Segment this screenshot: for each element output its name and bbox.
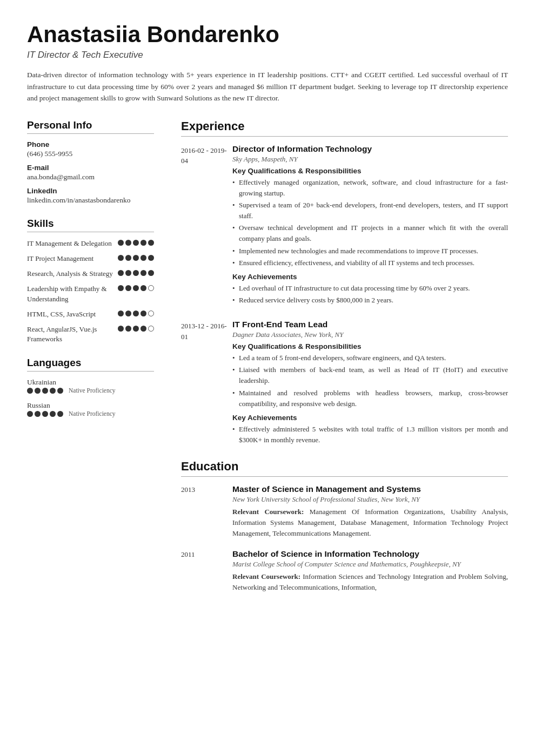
language-entry: RussianNative Proficiency xyxy=(27,401,154,417)
exp-bullet: Led a team of 5 front-end developers, so… xyxy=(232,353,508,363)
resume-header: Anastasiia Bondarenko IT Director & Tech… xyxy=(27,22,508,104)
dot-filled xyxy=(50,388,56,394)
skill-row: HTML, CSS, JavaScript xyxy=(27,309,154,319)
exp-qualifications-list: Led a team of 5 front-end developers, so… xyxy=(232,353,508,409)
language-dots-row: Native Proficiency xyxy=(27,410,154,417)
education-entry: 2011Bachelor of Science in Information T… xyxy=(181,549,508,593)
dot-filled xyxy=(133,310,139,316)
dot-empty xyxy=(148,326,154,332)
experience-entry: 2013-12 - 2016-01IT Front-End Team LeadD… xyxy=(181,320,508,450)
dot-filled xyxy=(133,255,139,261)
language-proficiency: Native Proficiency xyxy=(69,387,116,394)
edu-date: 2011 xyxy=(181,549,232,593)
education-section: Education 2013Master of Science in Manag… xyxy=(181,460,508,593)
dot-filled xyxy=(118,240,124,246)
dot-filled xyxy=(42,388,48,394)
phone-label: Phone xyxy=(27,140,154,148)
languages-title: Languages xyxy=(27,357,154,372)
exp-bullet: Implemented new technologies and made re… xyxy=(232,246,508,256)
exp-bullet: Effectively managed organization, networ… xyxy=(232,177,508,199)
exp-bullet: Reduced service delivery costs by $800,0… xyxy=(232,295,508,306)
dot-filled xyxy=(35,411,41,417)
dot-filled xyxy=(125,310,131,316)
dot-filled xyxy=(42,411,48,417)
exp-achievements-list: Effectively administered 5 websites with… xyxy=(232,424,508,446)
candidate-title: IT Director & Tech Executive xyxy=(27,50,508,60)
language-dots xyxy=(27,410,63,417)
skill-row: React, AngularJS, Vue.js Frameworks xyxy=(27,325,154,344)
dot-filled xyxy=(125,326,131,332)
dot-empty xyxy=(148,310,154,316)
dot-filled xyxy=(133,270,139,276)
skill-dots xyxy=(118,325,154,332)
edu-content: Bachelor of Science in Information Techn… xyxy=(232,549,508,593)
language-dots-row: Native Proficiency xyxy=(27,387,154,394)
dot-filled xyxy=(27,388,33,394)
linkedin-label: LinkedIn xyxy=(27,187,154,195)
edu-school: Marist College School of Computer Scienc… xyxy=(232,560,508,569)
skills-title: Skills xyxy=(27,218,154,232)
edu-school: New York University School of Profession… xyxy=(232,495,508,504)
edu-date: 2013 xyxy=(181,484,232,539)
dot-empty xyxy=(148,285,154,291)
language-dots xyxy=(27,387,63,394)
skill-name: IT Management & Delegation xyxy=(27,239,118,248)
email-value: ana.bonda@gmail.com xyxy=(27,173,154,181)
language-name: Russian xyxy=(27,401,154,410)
edu-degree: Bachelor of Science in Information Techn… xyxy=(232,549,508,559)
skill-name: React, AngularJS, Vue.js Frameworks xyxy=(27,325,118,344)
dot-filled xyxy=(125,285,131,291)
exp-content: Director of Information TechnologySky Ap… xyxy=(232,144,508,310)
edu-coursework: Relevant Coursework: Management Of Infor… xyxy=(232,507,508,539)
skill-dots xyxy=(118,239,154,246)
dot-filled xyxy=(141,285,146,291)
exp-achievements-list: Led overhaul of IT infrastructure to cut… xyxy=(232,283,508,306)
experience-section: Experience 2016-02 - 2019-04Director of … xyxy=(181,119,508,450)
dot-filled xyxy=(27,411,33,417)
language-proficiency: Native Proficiency xyxy=(69,410,116,417)
dot-filled xyxy=(133,285,139,291)
edu-coursework: Relevant Coursework: Information Science… xyxy=(232,571,508,593)
skill-dots xyxy=(118,309,154,316)
exp-date: 2013-12 - 2016-01 xyxy=(181,320,232,450)
exp-qualifications-title: Key Qualifications & Responsibilities xyxy=(232,342,508,350)
personal-info-title: Personal Info xyxy=(27,119,154,134)
skill-name: Leadership with Empathy & Understanding xyxy=(27,284,118,303)
dot-filled xyxy=(133,240,139,246)
right-column: Experience 2016-02 - 2019-04Director of … xyxy=(170,119,508,603)
languages-section: Languages UkrainianNative ProficiencyRus… xyxy=(27,357,154,417)
left-column: Personal Info Phone (646) 555-9955 E-mai… xyxy=(27,119,170,603)
exp-company: Dagner Data Associates, New York, NY xyxy=(232,330,508,339)
personal-info-section: Personal Info Phone (646) 555-9955 E-mai… xyxy=(27,119,154,205)
experience-list: 2016-02 - 2019-04Director of Information… xyxy=(181,144,508,450)
main-content: Personal Info Phone (646) 555-9955 E-mai… xyxy=(27,119,508,603)
exp-date: 2016-02 - 2019-04 xyxy=(181,144,232,310)
languages-list: UkrainianNative ProficiencyRussianNative… xyxy=(27,378,154,417)
language-name: Ukrainian xyxy=(27,378,154,387)
dot-filled xyxy=(141,240,146,246)
dot-filled xyxy=(118,270,124,276)
dot-filled xyxy=(50,411,56,417)
dot-filled xyxy=(133,326,139,332)
dot-filled xyxy=(141,255,146,261)
exp-qualifications-title: Key Qualifications & Responsibilities xyxy=(232,167,508,175)
exp-qualifications-list: Effectively managed organization, networ… xyxy=(232,177,508,268)
exp-achievements-title: Key Achievements xyxy=(232,273,508,281)
dot-filled xyxy=(141,326,146,332)
dot-filled xyxy=(148,240,154,246)
skill-name: IT Project Management xyxy=(27,254,118,264)
experience-title: Experience xyxy=(181,119,508,137)
skill-dots xyxy=(118,254,154,261)
skill-row: Research, Analysis & Strategy xyxy=(27,269,154,279)
skill-dots xyxy=(118,284,154,291)
exp-content: IT Front-End Team LeadDagner Data Associ… xyxy=(232,320,508,450)
candidate-name: Anastasiia Bondarenko xyxy=(27,22,508,48)
dot-filled xyxy=(141,270,146,276)
dot-filled xyxy=(125,255,131,261)
dot-filled xyxy=(57,388,63,394)
skill-row: Leadership with Empathy & Understanding xyxy=(27,284,154,303)
edu-content: Master of Science in Management and Syst… xyxy=(232,484,508,539)
exp-bullet: Supervised a team of 20+ back-end develo… xyxy=(232,200,508,221)
exp-bullet: Liaised with members of back-end team, a… xyxy=(232,364,508,386)
education-entry: 2013Master of Science in Management and … xyxy=(181,484,508,539)
